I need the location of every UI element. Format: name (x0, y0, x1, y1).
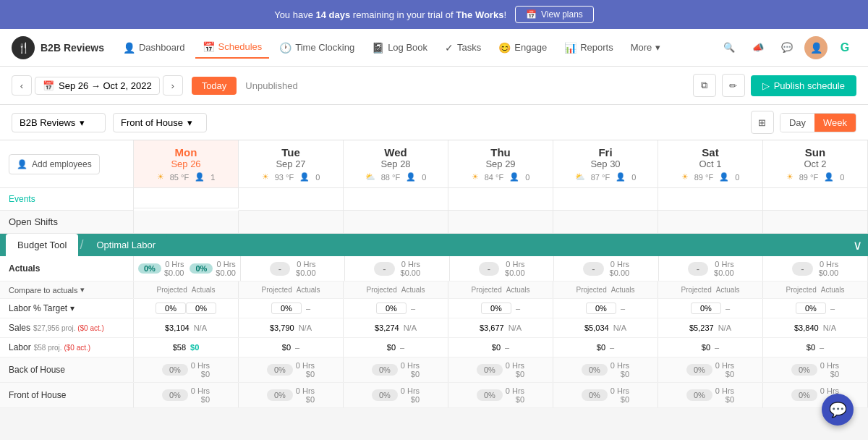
nav-time-clocking[interactable]: 🕐 Time Clocking (272, 38, 362, 58)
nav-more[interactable]: More ▾ (624, 38, 668, 57)
foh-data-tue: 0% 0 Hrs$0 (239, 383, 344, 407)
prev-week-button[interactable]: ‹ (12, 75, 32, 96)
actuals-minus-thu[interactable]: - (479, 262, 499, 276)
foh-hrs-fri: 0 Hrs$0 (610, 386, 629, 404)
boh-data-sun: 0% 0 Hrs$0 (763, 358, 868, 382)
foh-hrs-tue: 0 Hrs$0 (296, 386, 315, 404)
actuals-minus-fri[interactable]: - (583, 262, 603, 276)
day-week-toggle: Day Week (780, 113, 856, 132)
boh-row-label: Back of House (0, 358, 134, 382)
search-button[interactable]: 🔍 (718, 36, 741, 59)
foh-row: Front of House 0% 0 Hrs$0 0% 0 Hrs$0 0% … (0, 383, 868, 408)
compare-label[interactable]: Compare to actuals ▾ (0, 282, 134, 298)
labor-target-input-act-mon[interactable] (186, 302, 216, 314)
sub-header-wed: Projected Actuals (344, 282, 448, 298)
labor-target-input-proj-mon[interactable] (156, 302, 186, 314)
sales-act-sat: N/A (718, 323, 731, 332)
actuals-sub-label-wed: Actuals (401, 286, 425, 294)
actuals-minus-wed[interactable]: - (374, 262, 394, 276)
log-book-icon: 📓 (372, 42, 384, 54)
nav-dashboard[interactable]: 👤 Dashboard (116, 38, 192, 58)
day-meta-thu: ☀ 84 °F 👤 0 (454, 172, 547, 182)
day-header-sun: Sun Oct 2 ☀ 89 °F 👤 0 (763, 140, 868, 188)
location-filter[interactable]: B2B Reviews ▾ (12, 113, 106, 132)
today-button[interactable]: Today (192, 77, 237, 95)
labor-target-row: Labor % Target ▾ – – – – – – (0, 299, 868, 318)
nav-tasks[interactable]: ✓ Tasks (438, 38, 488, 58)
boh-data-fri: 0% 0 Hrs$0 (553, 358, 658, 382)
nav-log-book[interactable]: 📓 Log Book (365, 38, 435, 58)
open-shifts-cell-sun (763, 211, 868, 234)
day-name-mon: Mon (140, 146, 232, 158)
view-plans-label: View plans (541, 9, 583, 20)
weather-icon-fri: ⛅ (575, 172, 585, 182)
edit-button[interactable]: ✏ (722, 74, 745, 97)
publish-button[interactable]: ▷ Publish schedule (751, 75, 856, 96)
day-date-thu: Sep 29 (454, 158, 547, 169)
boh-pct-mon: 0% (162, 364, 188, 376)
tab-separator: / (80, 237, 83, 253)
next-week-button[interactable]: › (163, 75, 183, 96)
actuals-sub-label-sat: Actuals (716, 286, 740, 294)
nav-reports[interactable]: 📊 Reports (557, 38, 621, 58)
weather-icon-wed: ⛅ (365, 172, 375, 182)
labor-target-input-proj-sun[interactable] (796, 302, 826, 314)
boh-hrs-sun: 0 Hrs$0 (820, 361, 839, 378)
labor-target-input-proj-sat[interactable] (691, 302, 721, 314)
nav-schedules[interactable]: 📅 Schedules (195, 37, 270, 59)
labor-target-input-proj-thu[interactable] (481, 302, 511, 314)
foh-data-fri: 0% 0 Hrs$0 (553, 383, 658, 407)
messages-button[interactable]: 💬 (775, 36, 799, 59)
actuals-data-wed: - 0 Hrs$0.00 (345, 256, 450, 281)
labor-total: $58 proj. ($0 act.) (34, 344, 90, 352)
budget-tool-tab[interactable]: Budget Tool (6, 234, 78, 256)
nav-time-clocking-label: Time Clocking (295, 42, 354, 53)
view-plans-button[interactable]: 📅 View plans (515, 6, 594, 23)
copy-button[interactable]: ⧉ (693, 74, 716, 97)
logo-icon: 🍴 (12, 36, 35, 59)
collapse-button[interactable]: ∨ (853, 237, 862, 253)
calendar-icon: 📅 (526, 9, 537, 20)
grid-view-button[interactable]: ⊞ (751, 111, 774, 134)
actuals-minus-tue[interactable]: - (270, 262, 290, 276)
notification-button[interactable]: 📣 (746, 36, 770, 59)
weather-icon-sat: ☀ (681, 172, 689, 182)
user-avatar[interactable]: 👤 (804, 36, 827, 59)
budget-tool-tabs: Budget Tool / Optimal Labor ∨ (0, 234, 868, 256)
events-cell-sat (658, 188, 763, 211)
day-view-button[interactable]: Day (780, 114, 814, 132)
staff-wed: 0 (422, 173, 426, 182)
weather-fri: 87 °F (591, 173, 610, 182)
sales-proj-thu: $3,677 (480, 323, 504, 332)
foh-pct-wed: 0% (372, 389, 398, 401)
day-date-sun: Oct 2 (769, 158, 861, 169)
events-cell-fri (553, 188, 658, 211)
schedule-container: 👤 Add employees Mon Sep 26 ☀ 85 °F 👤 1 T… (0, 140, 868, 408)
labor-data-mon: $58 $0 (134, 338, 239, 357)
week-view-button[interactable]: Week (814, 114, 856, 132)
labor-target-sun: – (763, 299, 868, 318)
optimal-labor-tab[interactable]: Optimal Labor (85, 234, 167, 256)
labor-target-mon (134, 299, 239, 318)
labor-text: Labor (9, 342, 31, 352)
calendar-icon: 📅 (43, 80, 54, 91)
actuals-minus-sun[interactable]: - (792, 262, 812, 276)
labor-target-input-proj-tue[interactable] (271, 302, 302, 314)
day-meta-wed: ⛅ 88 °F 👤 0 (349, 172, 442, 182)
sales-data-thu: $3,677 N/A (448, 318, 553, 337)
labor-target-input-proj-fri[interactable] (586, 302, 616, 314)
nav-logo[interactable]: 🍴 B2B Reviews (12, 36, 104, 59)
labor-target-label: Labor % Target ▾ (0, 299, 134, 318)
date-range-display[interactable]: 📅 Sep 26 → Oct 2, 2022 (35, 77, 160, 95)
nav-engage[interactable]: 😊 Engage (491, 38, 554, 58)
actuals-minus-sat[interactable]: - (688, 262, 708, 276)
toolbar-right: ⧉ ✏ ▷ Publish schedule (693, 74, 856, 97)
foh-hrs-sat: 0 Hrs$0 (715, 386, 734, 404)
add-employees-label: Add employees (32, 159, 92, 169)
labor-target-input-proj-wed[interactable] (376, 302, 407, 314)
labor-proj-thu: $0 (492, 343, 501, 352)
day-header-mon: Mon Sep 26 ☀ 85 °F 👤 1 (134, 140, 239, 188)
add-employees-button[interactable]: 👤 Add employees (9, 154, 100, 174)
department-filter[interactable]: Front of House ▾ (113, 113, 207, 132)
boh-pct-tue: 0% (267, 364, 293, 376)
